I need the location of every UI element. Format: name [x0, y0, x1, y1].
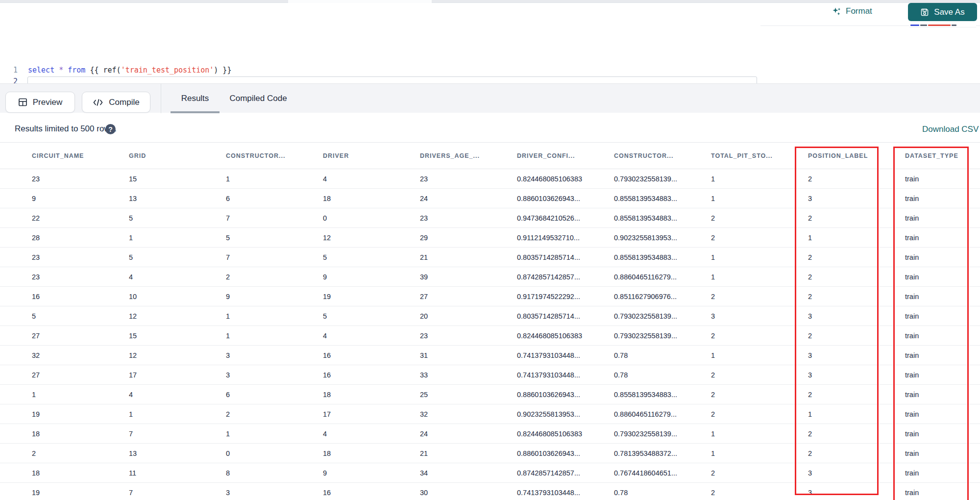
table-cell: 2	[802, 450, 899, 457]
code-token: ref(	[103, 66, 121, 75]
tab-compiled-code[interactable]: Compiled Code	[219, 84, 297, 113]
table-cell: 2	[705, 234, 802, 242]
compile-button[interactable]: Compile	[82, 92, 150, 113]
table-cell: train	[899, 351, 980, 359]
code-token	[63, 66, 68, 75]
column-header-constructor[interactable]: CONSTRUCTOR...	[608, 152, 705, 159]
editor-minimap[interactable]	[909, 24, 976, 27]
table-cell: 0.8558139534883...	[608, 253, 705, 261]
table-cell: 0.8035714285714...	[511, 253, 608, 261]
code-token	[54, 66, 59, 75]
table-cell: 0.8558139534883...	[608, 214, 705, 222]
tab-results[interactable]: Results	[171, 84, 220, 113]
column-header-dataset-type[interactable]: DATASET_TYPE	[899, 152, 980, 159]
column-header-driver-confi[interactable]: DRIVER_CONFI...	[511, 152, 608, 159]
table-cell: 2	[705, 410, 802, 418]
table-cell: 1	[220, 430, 317, 438]
format-button[interactable]: Format	[832, 4, 872, 19]
table-cell: 16	[317, 489, 414, 497]
table-cell: 9	[220, 293, 317, 300]
table-cell: 2	[802, 214, 899, 222]
table-cell: 18	[317, 391, 414, 399]
table-row: 191217320.9023255813953...0.886046511627…	[0, 404, 980, 424]
table-cell: 12	[317, 234, 414, 242]
table-cell: 9	[317, 469, 414, 477]
table-cell: 22	[25, 214, 122, 222]
table-cell: 31	[414, 351, 511, 359]
table-cell: 17	[317, 410, 414, 418]
table-cell: 15	[122, 175, 220, 183]
table-cell: 0.8511627906976...	[608, 293, 705, 300]
table-row: 271514230.8244680851063830.7930232558139…	[0, 326, 980, 346]
save-icon	[920, 8, 929, 17]
code-token: ) }}	[214, 66, 231, 75]
code-token: {{	[85, 66, 103, 75]
table-cell: 25	[414, 391, 511, 399]
table-row: 22570230.9473684210526...0.8558139534883…	[0, 208, 980, 228]
table-cell: 3	[802, 371, 899, 379]
table-cell: 5	[220, 234, 317, 242]
table-cell: 1	[802, 234, 899, 242]
table-cell: 27	[25, 332, 122, 340]
sparkle-icon	[832, 7, 841, 16]
table-cell: 7	[220, 253, 317, 261]
table-cell: 13	[122, 450, 220, 457]
code-icon	[93, 98, 103, 107]
sql-editor[interactable]: 1 2 select * from {{ ref('train_test_pos…	[0, 27, 980, 81]
table-cell: 0.9473684210526...	[511, 214, 608, 222]
table-header-row: CIRCUIT_NAMEGRIDCONSTRUCTOR...DRIVERDRIV…	[0, 142, 980, 169]
table-icon	[18, 98, 27, 107]
table-cell: 39	[414, 273, 511, 281]
column-header-circuit-name[interactable]: CIRCUIT_NAME	[25, 152, 122, 159]
table-cell: 1	[705, 430, 802, 438]
table-cell: 16	[317, 371, 414, 379]
preview-button[interactable]: Preview	[5, 92, 75, 113]
preview-label: Preview	[33, 98, 62, 107]
table-cell: 12	[122, 312, 220, 320]
table-cell: 2	[802, 430, 899, 438]
table-cell: 0.9171974522292...	[511, 293, 608, 300]
table-cell: 2	[705, 214, 802, 222]
table-cell: train	[899, 253, 980, 261]
table-cell: 0.8860465116279...	[608, 273, 705, 281]
table-cell: 3	[802, 312, 899, 320]
save-as-button[interactable]: Save As	[908, 3, 977, 21]
download-csv-link[interactable]: Download CSV	[922, 125, 979, 134]
table-cell: train	[899, 195, 980, 202]
code-token: from	[68, 66, 85, 75]
table-cell: 19	[317, 293, 414, 300]
tab-results-label: Results	[181, 94, 209, 103]
column-header-position-label[interactable]: POSITION_LABEL	[802, 152, 899, 159]
tab-compiled-code-label: Compiled Code	[229, 94, 287, 103]
column-header-grid[interactable]: GRID	[122, 152, 220, 159]
table-cell: 0.8742857142857...	[511, 273, 608, 281]
table-cell: 0.8558139534883...	[608, 195, 705, 202]
table-cell: 29	[414, 234, 511, 242]
table-cell: 0.7413793103448...	[511, 351, 608, 359]
table-cell: 19	[25, 410, 122, 418]
column-header-drivers-age[interactable]: DRIVERS_AGE_...	[414, 152, 511, 159]
table-row: 3212316310.7413793103448...0.7813train	[0, 346, 980, 365]
code-line[interactable]: select * from {{ ref('train_test_positio…	[28, 66, 231, 75]
results-table: CIRCUIT_NAMEGRIDCONSTRUCTOR...DRIVERDRIV…	[0, 142, 980, 500]
table-cell: 0.824468085106383	[511, 332, 608, 340]
table-cell: 0.8860465116279...	[608, 410, 705, 418]
table-cell: 4	[122, 273, 220, 281]
table-cell: 0	[220, 450, 317, 457]
table-row: 197316300.7413793103448...0.7823train	[0, 483, 980, 500]
table-row: 1610919270.9171974522292...0.85116279069…	[0, 287, 980, 306]
code-token: *	[59, 66, 63, 75]
minimap-segment	[920, 25, 927, 26]
table-cell: 7	[220, 214, 317, 222]
table-cell: 18	[25, 469, 122, 477]
column-header-total-pit-sto[interactable]: TOTAL_PIT_STO...	[705, 152, 802, 159]
column-header-constructor[interactable]: CONSTRUCTOR...	[220, 152, 317, 159]
table-cell: train	[899, 489, 980, 497]
help-icon[interactable]: ?	[105, 124, 116, 134]
table-cell: 13	[122, 195, 220, 202]
column-header-driver[interactable]: DRIVER	[317, 152, 414, 159]
table-cell: 23	[25, 253, 122, 261]
table-cell: 4	[317, 430, 414, 438]
table-row: 281512290.9112149532710...0.902325581395…	[0, 228, 980, 248]
table-cell: 0.7930232558139...	[608, 175, 705, 183]
